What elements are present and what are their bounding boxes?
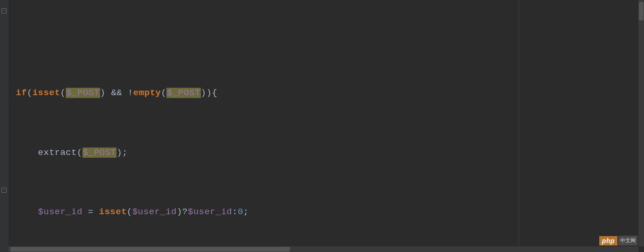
php-logo: php (599, 236, 617, 245)
fn-isset: isset (33, 88, 61, 98)
fn-empty: empty (133, 88, 161, 98)
highlighted-post: $_POST (166, 88, 200, 98)
fn-isset: isset (99, 207, 127, 217)
gutter (0, 0, 8, 252)
highlighted-post: $_POST (82, 147, 116, 158)
highlighted-post: $_POST (66, 88, 100, 98)
code-line: $user_id = isset($user_id)?$user_id:0; (16, 202, 644, 222)
code-area[interactable]: if(isset($_POST) && !empty($_POST)){ ext… (8, 0, 644, 252)
code-line: if(isset($_POST) && !empty($_POST)){ (16, 83, 644, 103)
watermark: php 中文网 (599, 236, 637, 245)
vertical-scrollbar[interactable] (638, 0, 644, 246)
fold-minus-icon[interactable] (1, 8, 7, 14)
cn-text: 中文网 (618, 236, 637, 245)
fold-minus-icon[interactable] (1, 188, 7, 193)
scroll-thumb[interactable] (10, 247, 290, 252)
margin-guide (519, 0, 519, 252)
keyword-if: if (16, 88, 27, 98)
code-line: extract($_POST); (16, 143, 644, 163)
horizontal-scrollbar[interactable] (8, 246, 638, 252)
code-editor: if(isset($_POST) && !empty($_POST)){ ext… (0, 0, 644, 252)
scroll-thumb[interactable] (639, 2, 644, 21)
